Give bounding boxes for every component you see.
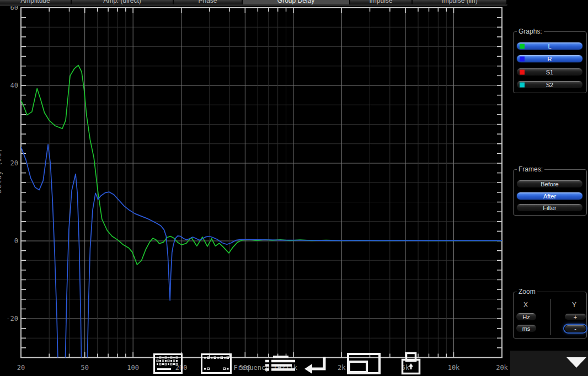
zoom-button-label: Hz: [522, 314, 530, 320]
frame-button-before[interactable]: Before: [516, 180, 583, 188]
frame-button-label: Filter: [543, 205, 556, 211]
y-axis-label: Delay (ms): [0, 148, 3, 193]
dropdown-triangle-icon[interactable]: [566, 357, 586, 368]
graphs-panel: Graphs: L R S1 S2: [513, 31, 587, 93]
zoom-y-column-label: Y: [572, 301, 576, 309]
graph-color-swatch-r: [520, 56, 525, 61]
tab-group-delay[interactable]: Group Delay: [243, 0, 350, 4]
graph-toggle-s1[interactable]: S1: [516, 68, 583, 76]
graph-toggle-l[interactable]: L: [516, 42, 583, 50]
frames-panel: Frames: Before After Filter: [513, 169, 587, 216]
graph-toggle-s2[interactable]: S2: [516, 80, 583, 89]
tab-bar-underline: [0, 4, 507, 6]
frame-button-filter[interactable]: Filter: [516, 203, 583, 212]
tab-bar: Amplitude Amp. (direct) Phase Group Dela…: [0, 0, 507, 4]
tab-impulse[interactable]: Impulse: [350, 0, 413, 4]
frame-button-after[interactable]: After: [516, 192, 583, 200]
zoom-button-label: -: [574, 325, 576, 332]
tab-label: Phase: [174, 0, 242, 4]
graph-toggle-label: S2: [546, 82, 553, 88]
zoom-x-hz-button[interactable]: Hz: [516, 313, 537, 321]
zoom-x-column-label: X: [523, 301, 528, 309]
svg-text:50: 50: [81, 364, 88, 372]
keyboard-icon[interactable]: [153, 353, 183, 374]
zoom-panel-legend: Zoom: [517, 288, 537, 296]
graph-toggle-r[interactable]: R: [516, 55, 583, 63]
chart-canvas[interactable]: 6040200-2020501002005001k2k5k10k20kFrequ…: [0, 0, 510, 376]
lock-icon[interactable]: [399, 352, 423, 375]
tab-amplitude[interactable]: Amplitude: [0, 0, 72, 4]
svg-text:10k: 10k: [448, 364, 460, 372]
svg-text:0: 0: [14, 237, 18, 245]
tab-label: Amp. (direct): [72, 0, 173, 4]
tab-label: Impulse: [350, 0, 411, 4]
frame-button-label: After: [543, 193, 556, 200]
zoom-y-plus-button[interactable]: +: [564, 313, 586, 320]
tab-label: Group Delay: [243, 0, 349, 4]
zoom-y-minus-button[interactable]: -: [564, 325, 586, 332]
graph-color-swatch-s2: [520, 82, 525, 87]
svg-text:20: 20: [17, 364, 25, 372]
svg-text:40: 40: [10, 82, 18, 89]
svg-text:20: 20: [10, 159, 18, 167]
svg-text:20k: 20k: [496, 364, 508, 372]
graph-toggle-label: S1: [546, 69, 553, 76]
list-icon[interactable]: [265, 356, 296, 373]
bottom-right-panel: [510, 351, 588, 376]
zoom-button-label: ms: [522, 325, 531, 332]
graphs-panel-legend: Graphs:: [517, 28, 544, 35]
tab-impulse-lin[interactable]: Impulse (lin): [413, 0, 506, 4]
svg-text:-20: -20: [6, 315, 18, 323]
zoom-panel-divider: [550, 299, 551, 335]
zoom-x-ms-button[interactable]: ms: [516, 324, 537, 332]
graph-toggle-label: L: [548, 43, 551, 50]
tab-amp-direct[interactable]: Amp. (direct): [72, 0, 174, 4]
frame-button-label: Before: [541, 181, 558, 187]
tab-phase[interactable]: Phase: [174, 0, 243, 4]
app-window: { "tabs": { "selected": "Group Delay", "…: [0, 0, 588, 376]
zoom-button-label: +: [574, 314, 577, 320]
graph-color-swatch-l: [520, 44, 525, 49]
graph-color-swatch-s1: [520, 69, 525, 74]
tab-label: Amplitude: [0, 0, 71, 4]
svg-text:2k: 2k: [338, 364, 346, 372]
frames-panel-legend: Frames:: [517, 165, 544, 173]
keypad-icon[interactable]: [201, 353, 232, 374]
tab-label: Impulse (lin): [413, 0, 506, 4]
window-layout-icon[interactable]: [347, 353, 381, 374]
svg-text:100: 100: [127, 364, 139, 372]
graph-toggle-label: R: [548, 56, 552, 62]
zoom-panel: Zoom X Y Hz ms + -: [513, 292, 587, 339]
return-arrow-icon[interactable]: [301, 354, 328, 374]
